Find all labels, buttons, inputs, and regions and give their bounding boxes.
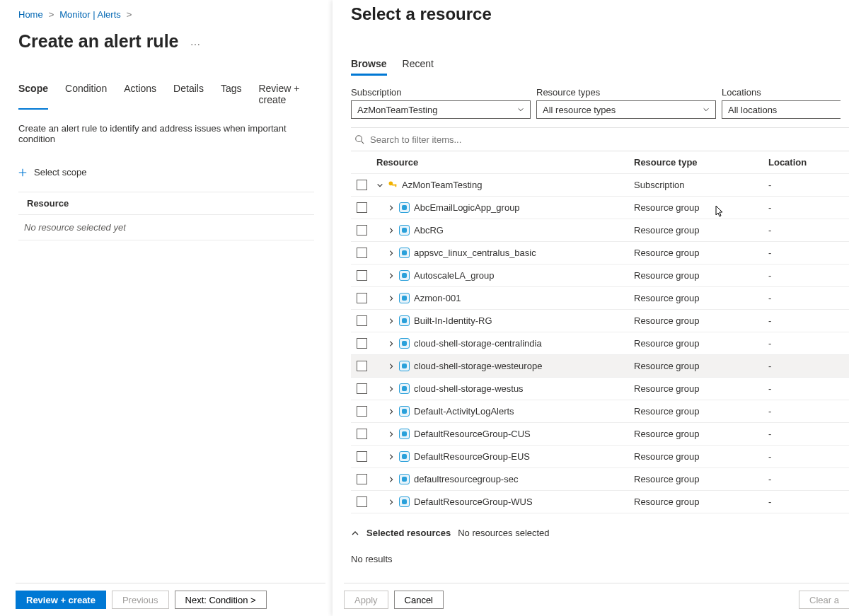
row-checkbox[interactable]	[357, 361, 367, 371]
tab-details[interactable]: Details	[173, 83, 204, 110]
row-resource-type: Resource group	[634, 338, 768, 349]
table-row[interactable]: AutoscaleLA_groupResource group-	[351, 265, 849, 287]
chevron-right-icon[interactable]	[388, 318, 395, 325]
row-checkbox[interactable]	[357, 338, 367, 349]
table-row[interactable]: defaultresourcegroup-secResource group-	[351, 468, 849, 491]
selected-resources-label: Selected resources	[366, 528, 451, 538]
row-checkbox[interactable]	[357, 293, 367, 303]
subscription-label: Subscription	[351, 87, 531, 98]
svg-point-0	[356, 136, 362, 142]
row-resource-name: AutoscaleLA_group	[414, 270, 494, 281]
breadcrumb-home[interactable]: Home	[18, 9, 43, 20]
tab-condition[interactable]: Condition	[65, 83, 107, 110]
search-icon	[354, 134, 364, 144]
cancel-button[interactable]: Cancel	[394, 591, 444, 609]
tab-tags[interactable]: Tags	[221, 83, 242, 110]
table-row[interactable]: DefaultResourceGroup-WUSResource group-	[351, 491, 849, 513]
chevron-right-icon[interactable]	[388, 431, 395, 438]
row-resource-name: AbcEmailLogicApp_group	[414, 202, 520, 213]
table-row[interactable]: cloud-shell-storage-westeuropeResource g…	[351, 355, 849, 378]
tab-actions[interactable]: Actions	[124, 83, 156, 110]
table-row[interactable]: cloud-shell-storage-centralindiaResource…	[351, 332, 849, 355]
breadcrumb-separator: >	[49, 9, 54, 20]
table-row[interactable]: appsvc_linux_centralus_basicResource gro…	[351, 242, 849, 265]
chevron-right-icon[interactable]	[388, 340, 395, 347]
col-location: Location	[768, 157, 846, 168]
chevron-right-icon[interactable]	[388, 476, 395, 483]
chevron-right-icon[interactable]	[388, 204, 395, 211]
row-location: -	[768, 225, 846, 236]
chevron-right-icon[interactable]	[388, 363, 395, 370]
resource-group-icon	[399, 225, 410, 236]
row-resource-type: Resource group	[634, 202, 768, 213]
previous-button[interactable]: Previous	[112, 591, 169, 609]
select-scope-button[interactable]: Select scope	[18, 167, 314, 178]
breadcrumb-monitor-alerts[interactable]: Monitor | Alerts	[59, 9, 120, 20]
table-row[interactable]: AbcEmailLogicApp_groupResource group-	[351, 197, 849, 219]
row-checkbox[interactable]	[357, 474, 367, 484]
chevron-right-icon[interactable]	[388, 385, 395, 393]
col-resource: Resource	[372, 157, 634, 168]
row-checkbox[interactable]	[357, 406, 367, 417]
table-row[interactable]: Azmon-001Resource group-	[351, 287, 849, 310]
resource-types-dropdown[interactable]: All resource types	[536, 100, 716, 119]
clear-all-button[interactable]: Clear a	[799, 591, 849, 609]
search-input[interactable]	[370, 134, 653, 145]
row-checkbox[interactable]	[357, 202, 367, 213]
row-checkbox[interactable]	[357, 383, 367, 394]
resource-group-icon	[399, 451, 410, 462]
review-create-button[interactable]: Review + create	[16, 591, 106, 609]
chevron-up-icon[interactable]	[351, 529, 359, 537]
chevron-right-icon[interactable]	[388, 499, 395, 506]
chevron-down-icon[interactable]	[376, 182, 383, 189]
resource-group-icon	[399, 496, 410, 507]
chevron-right-icon[interactable]	[388, 272, 395, 279]
subscription-dropdown[interactable]: AzMonTeamTesting	[351, 100, 531, 119]
row-checkbox[interactable]	[357, 248, 367, 258]
row-checkbox[interactable]	[357, 225, 367, 236]
table-row[interactable]: AbcRGResource group-	[351, 219, 849, 242]
row-checkbox[interactable]	[357, 451, 367, 462]
row-location: -	[768, 202, 846, 213]
breadcrumb: Home > Monitor | Alerts >	[18, 7, 314, 21]
selected-resources-count: No resources selected	[458, 528, 549, 538]
table-row[interactable]: DefaultResourceGroup-EUSResource group-	[351, 446, 849, 468]
row-checkbox[interactable]	[357, 270, 367, 281]
row-checkbox[interactable]	[357, 429, 367, 439]
resource-group-icon	[399, 248, 410, 258]
chevron-right-icon[interactable]	[388, 250, 395, 257]
table-row[interactable]: cloud-shell-storage-westusResource group…	[351, 378, 849, 400]
apply-button[interactable]: Apply	[344, 591, 388, 609]
more-actions-button[interactable]: …	[190, 35, 202, 47]
row-resource-type: Resource group	[634, 474, 768, 484]
row-resource-type: Resource group	[634, 429, 768, 439]
tab-review-create[interactable]: Review + create	[258, 83, 314, 110]
table-row[interactable]: AzMonTeamTestingSubscription-	[351, 174, 849, 197]
subscription-value: AzMonTeamTesting	[357, 105, 437, 115]
row-location: -	[768, 270, 846, 281]
next-condition-button[interactable]: Next: Condition >	[175, 591, 267, 609]
row-checkbox[interactable]	[357, 496, 367, 507]
panel-tab-browse[interactable]: Browse	[351, 58, 387, 76]
chevron-right-icon[interactable]	[388, 295, 395, 302]
select-scope-label: Select scope	[34, 167, 86, 178]
select-resource-panel: Select a resource Browse Recent Subscrip…	[333, 0, 849, 616]
row-resource-name: cloud-shell-storage-westus	[414, 383, 524, 394]
row-checkbox[interactable]	[357, 180, 367, 190]
panel-tab-recent[interactable]: Recent	[403, 58, 434, 76]
table-row[interactable]: Built-In-Identity-RGResource group-	[351, 310, 849, 332]
row-checkbox[interactable]	[357, 315, 367, 326]
table-row[interactable]: Default-ActivityLogAlertsResource group-	[351, 400, 849, 423]
tab-scope[interactable]: Scope	[18, 83, 48, 110]
resource-group-icon	[399, 202, 410, 213]
locations-dropdown[interactable]: All locations	[722, 100, 841, 119]
chevron-right-icon[interactable]	[388, 227, 395, 234]
breadcrumb-separator: >	[127, 9, 132, 20]
chevron-right-icon[interactable]	[388, 453, 395, 460]
chevron-right-icon[interactable]	[388, 408, 395, 415]
row-location: -	[768, 361, 846, 371]
table-row[interactable]: DefaultResourceGroup-CUSResource group-	[351, 423, 849, 446]
plus-icon	[18, 168, 27, 177]
svg-rect-4	[395, 184, 397, 187]
row-resource-name: AzMonTeamTesting	[402, 180, 482, 190]
